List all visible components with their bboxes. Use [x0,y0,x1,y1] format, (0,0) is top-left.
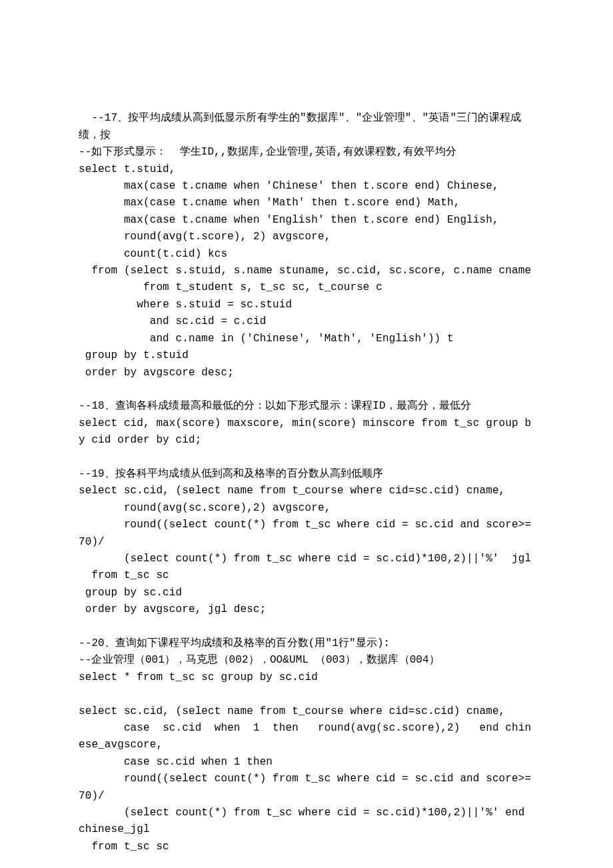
document-content: --17、按平均成绩从高到低显示所有学生的"数据库"、"企业管理"、"英语"三门… [79,112,531,852]
document-page: --17、按平均成绩从高到低显示所有学生的"数据库"、"企业管理"、"英语"三门… [0,0,613,868]
